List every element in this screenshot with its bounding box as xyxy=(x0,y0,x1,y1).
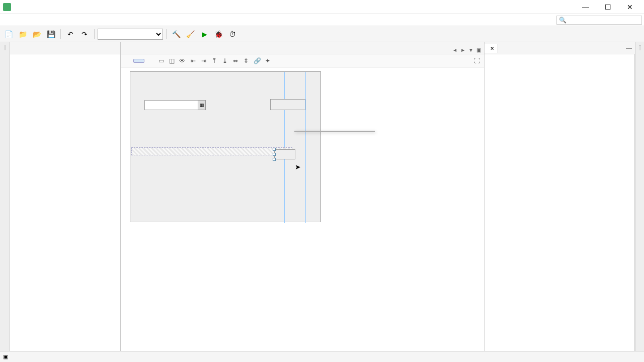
history-mode[interactable] xyxy=(145,59,155,62)
date-text-field[interactable] xyxy=(144,100,200,110)
close-button[interactable]: ✕ xyxy=(619,0,641,14)
search-icon: 🔍 xyxy=(559,17,567,24)
resize-handle[interactable] xyxy=(273,148,276,151)
search-input[interactable] xyxy=(569,17,639,23)
context-menu xyxy=(294,131,375,132)
workspace: ◄ ► ▼ ▣ ▭ ◫ 👁 ⇤ ⇥ ⤒ ⤓ ⇔ ⇕ 🔗 ✦ ⛶ xyxy=(0,42,644,351)
left-side-strip xyxy=(0,42,10,351)
minimize-button[interactable]: — xyxy=(575,0,597,14)
maximize-button[interactable]: ☐ xyxy=(597,0,619,14)
output-icon[interactable]: ▣ xyxy=(2,353,9,360)
minimize-palette[interactable]: — xyxy=(623,45,635,52)
palette-body[interactable] xyxy=(485,54,635,351)
connection-tool-icon[interactable]: ◫ xyxy=(167,56,177,66)
link-icon[interactable]: 🔗 xyxy=(252,56,262,66)
align-left-icon[interactable]: ⇤ xyxy=(188,56,198,66)
editor-area: ◄ ► ▼ ▣ ▭ ◫ 👁 ⇤ ⇥ ⤒ ⤓ ⇔ ⇕ 🔗 ✦ ⛶ xyxy=(121,42,484,351)
projects-panel xyxy=(10,42,121,351)
status-bar: ▣ xyxy=(0,351,644,362)
align-bottom-icon[interactable]: ⤓ xyxy=(220,56,230,66)
checkin-button[interactable] xyxy=(270,99,305,110)
center-h-icon[interactable]: ⇔ xyxy=(230,56,240,66)
design-canvas[interactable]: ▦ xyxy=(121,67,484,351)
menu-bar: 🔍 xyxy=(0,14,644,26)
expand-icon[interactable]: ⛶ xyxy=(472,56,482,66)
resize-handle[interactable] xyxy=(273,153,276,156)
tab-scroll-right[interactable]: ► xyxy=(459,46,466,54)
debug-button[interactable]: 🐞 xyxy=(212,28,225,41)
redo-button[interactable]: ↷ xyxy=(78,28,91,41)
designer-toolbar: ▭ ◫ 👁 ⇤ ⇥ ⤒ ⤓ ⇔ ⇕ 🔗 ✦ ⛶ xyxy=(121,54,484,67)
selection-tool-icon[interactable]: ▭ xyxy=(156,56,166,66)
quick-search[interactable]: 🔍 xyxy=(556,16,642,25)
new-project-button[interactable]: 📁 xyxy=(16,28,29,41)
properties-tab[interactable] xyxy=(639,45,641,50)
maximize-editor[interactable]: ▣ xyxy=(475,46,482,54)
align-top-icon[interactable]: ⤒ xyxy=(209,56,219,66)
tab-scroll-left[interactable]: ◄ xyxy=(451,46,458,54)
center-v-icon[interactable]: ⇕ xyxy=(241,56,251,66)
projects-tab-bar xyxy=(10,42,120,54)
save-all-button[interactable]: 💾 xyxy=(44,28,57,41)
debug-design-icon[interactable]: ✦ xyxy=(263,56,273,66)
title-bar: — ☐ ✕ xyxy=(0,0,644,14)
undo-button[interactable]: ↶ xyxy=(64,28,77,41)
design-mode[interactable] xyxy=(133,59,144,63)
editor-tab-bar: ◄ ► ▼ ▣ xyxy=(121,42,484,54)
profile-button[interactable]: ⏱ xyxy=(226,28,239,41)
run-button[interactable]: ▶ xyxy=(198,28,211,41)
new-file-button[interactable]: 📄 xyxy=(2,28,15,41)
navigator-tab[interactable] xyxy=(5,45,6,50)
palette-tab[interactable]: × xyxy=(485,44,498,53)
source-mode[interactable] xyxy=(123,59,133,62)
layout-guide-row xyxy=(131,147,292,155)
form-frame[interactable]: ▦ xyxy=(130,71,321,222)
tab-list-dropdown[interactable]: ▼ xyxy=(467,46,474,54)
palette-header: × — xyxy=(485,42,635,54)
main-toolbar: 📄 📁 📂 💾 ↶ ↷ 🔨 🧹 ▶ 🐞 ⏱ xyxy=(0,26,644,42)
resize-handle[interactable] xyxy=(273,158,276,161)
palette-panel: × — xyxy=(484,42,635,351)
close-icon[interactable]: × xyxy=(491,45,494,51)
date-chooser-icon[interactable]: ▦ xyxy=(198,100,206,110)
preview-icon[interactable]: 👁 xyxy=(177,56,187,66)
right-side-strip xyxy=(635,42,644,351)
clean-build-button[interactable]: 🧹 xyxy=(184,28,197,41)
align-right-icon[interactable]: ⇥ xyxy=(199,56,209,66)
app-icon xyxy=(3,3,11,11)
project-tree[interactable] xyxy=(10,54,120,351)
build-button[interactable]: 🔨 xyxy=(170,28,183,41)
jbutton-selected[interactable] xyxy=(274,149,295,159)
open-button[interactable]: 📂 xyxy=(30,28,43,41)
config-select[interactable] xyxy=(98,29,163,40)
